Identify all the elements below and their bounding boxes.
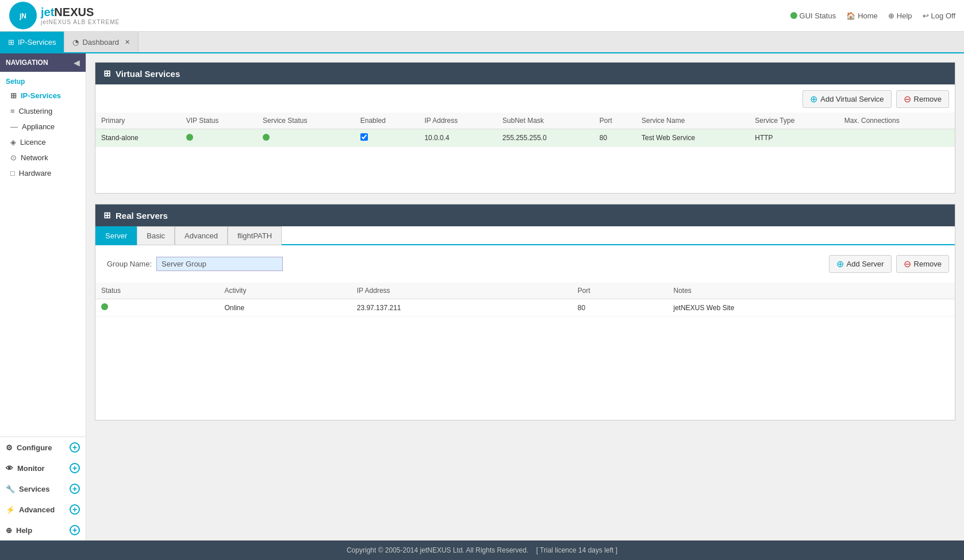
logout-link[interactable]: ↩ Log Off <box>923 11 955 20</box>
sidebar-bottom-monitor[interactable]: 👁 Monitor + <box>0 458 86 478</box>
tabs-row: ⊞ IP-Services ◔ Dashboard ✕ <box>0 32 964 53</box>
remove-server-button[interactable]: ⊖ Remove <box>896 255 949 273</box>
col-vip-status: VIP Status <box>180 113 257 129</box>
remove-server-icon: ⊖ <box>904 258 911 269</box>
tab-flightpath[interactable]: flightPATH <box>228 226 282 245</box>
tab-flightpath-label: flightPATH <box>237 231 272 240</box>
configure-expand-icon: + <box>70 442 80 453</box>
gui-status-label: GUI Status <box>800 11 836 20</box>
cell-port: 80 <box>594 129 636 147</box>
sidebar-item-appliance[interactable]: — Appliance <box>0 119 86 134</box>
cell-service-name: Test Web Service <box>636 129 749 147</box>
logout-label: Log Off <box>931 11 955 20</box>
cell-enabled <box>355 129 419 147</box>
cell-primary: Stand-alone <box>95 129 180 147</box>
col-enabled: Enabled <box>355 113 419 129</box>
sidebar-bottom-services[interactable]: 🔧 Services + <box>0 478 86 499</box>
tab-advanced[interactable]: Advanced <box>175 226 228 245</box>
sidebar-bottom-help[interactable]: ⊕ Help + <box>0 520 86 540</box>
help-bottom-label: Help <box>16 526 32 535</box>
enabled-checkbox[interactable] <box>360 133 368 141</box>
advanced-icon: ⚡ <box>6 505 15 514</box>
add-virtual-service-button[interactable]: ⊕ Add Virtual Service <box>802 90 891 108</box>
real-servers-toolbar: ⊕ Add Server ⊖ Remove <box>829 255 949 273</box>
col-service-status: Service Status <box>257 113 355 129</box>
group-name-label: Group Name: <box>107 260 152 268</box>
col-rs-port: Port <box>572 283 668 299</box>
sidebar-bottom-configure[interactable]: ⚙ Configure + <box>0 437 86 458</box>
sidebar-header: NAVIGATION ◀ <box>0 53 86 72</box>
home-label: Home <box>858 11 878 20</box>
real-servers-table: Status Activity IP Address Port Notes On… <box>95 283 955 316</box>
topbar-nav: GUI Status 🏠 Home ⊕ Help ↩ Log Off <box>790 11 955 20</box>
tab-ip-services-label: IP-Services <box>18 38 56 47</box>
col-activity: Activity <box>218 283 351 299</box>
sidebar-item-hardware[interactable]: □ Hardware <box>0 165 86 181</box>
cell-rs-ip-address: 23.97.137.211 <box>351 299 572 316</box>
cell-ip-address: 10.0.0.4 <box>418 129 497 147</box>
tab-dashboard-label: Dashboard <box>82 38 119 47</box>
add-server-label: Add Server <box>847 260 884 268</box>
sidebar: NAVIGATION ◀ Setup ⊞ IP-Services ≡ Clust… <box>0 53 86 540</box>
tab-server-label: Server <box>105 231 127 240</box>
col-port: Port <box>594 113 636 129</box>
configure-icon: ⚙ <box>6 443 13 452</box>
add-server-icon: ⊕ <box>836 258 844 269</box>
monitor-icon: 👁 <box>6 464 13 473</box>
tab-ip-services[interactable]: ⊞ IP-Services <box>0 32 64 52</box>
col-rs-ip-address: IP Address <box>351 283 572 299</box>
home-link[interactable]: 🏠 Home <box>846 11 878 20</box>
sidebar-item-clustering[interactable]: ≡ Clustering <box>0 103 86 119</box>
help-link[interactable]: ⊕ Help <box>888 11 912 20</box>
network-icon: ⊙ <box>10 153 17 162</box>
tab-dashboard[interactable]: ◔ Dashboard ✕ <box>64 32 139 52</box>
cell-vip-status <box>180 129 257 147</box>
sidebar-item-ip-services[interactable]: ⊞ IP-Services <box>0 88 86 103</box>
cell-subnet-mask: 255.255.255.0 <box>497 129 594 147</box>
table-row[interactable]: Online 23.97.137.211 80 jetNEXUS Web Sit… <box>95 299 955 316</box>
sidebar-item-licence-label: Licence <box>20 138 46 146</box>
virtual-services-title: Virtual Services <box>116 69 180 79</box>
sidebar-item-licence[interactable]: ◈ Licence <box>0 134 86 150</box>
clustering-icon: ≡ <box>10 107 15 115</box>
virtual-services-table: Primary VIP Status Service Status Enable… <box>95 113 955 147</box>
remove-server-label: Remove <box>914 260 942 268</box>
logo-text: jetNEXUS jetNEXUS ALB EXTREME <box>41 6 120 25</box>
real-servers-icon: ⊞ <box>103 210 111 221</box>
sidebar-header-label: NAVIGATION <box>6 59 48 67</box>
group-name-row: Group Name: <box>101 251 289 277</box>
remove-virtual-service-button[interactable]: ⊖ Remove <box>896 90 949 108</box>
sidebar-bottom-advanced[interactable]: ⚡ Advanced + <box>0 499 86 520</box>
topbar: jN jetNEXUS jetNEXUS ALB EXTREME GUI Sta… <box>0 0 964 32</box>
services-label: Services <box>19 485 50 493</box>
footer-trial: [ Trial licence 14 days left ] <box>536 546 617 554</box>
tab-server[interactable]: Server <box>95 226 137 245</box>
vip-status-dot <box>186 134 193 141</box>
remove-virtual-service-icon: ⊖ <box>904 94 911 105</box>
group-name-input[interactable] <box>156 257 283 271</box>
table-row[interactable]: Stand-alone 10.0.0.4 255.255.255.0 80 Te… <box>95 129 955 147</box>
tab-basic[interactable]: Basic <box>137 226 175 245</box>
gui-status-link[interactable]: GUI Status <box>790 11 836 20</box>
footer: Copyright © 2005-2014 jetNEXUS Ltd. All … <box>0 540 964 560</box>
tab-advanced-label: Advanced <box>185 231 218 240</box>
content-area: ⊞ Virtual Services ⊕ Add Virtual Service… <box>86 53 964 540</box>
ip-services-icon: ⊞ <box>10 91 17 100</box>
cell-max-connections <box>839 129 955 147</box>
real-servers-title: Real Servers <box>116 211 168 221</box>
licence-icon: ◈ <box>10 138 16 146</box>
home-icon: 🏠 <box>846 11 855 20</box>
add-server-button[interactable]: ⊕ Add Server <box>829 255 892 273</box>
tab-basic-label: Basic <box>147 231 165 240</box>
col-ip-address: IP Address <box>418 113 497 129</box>
sidebar-item-network[interactable]: ⊙ Network <box>0 150 86 165</box>
real-servers-spacer <box>95 316 955 420</box>
sidebar-collapse-button[interactable]: ◀ <box>74 58 80 67</box>
logo-name: jetNEXUS <box>41 6 94 18</box>
sidebar-item-network-label: Network <box>21 153 48 162</box>
sidebar-item-ip-services-label: IP-Services <box>21 91 61 100</box>
add-virtual-service-icon: ⊕ <box>810 94 817 105</box>
tab-dashboard-close[interactable]: ✕ <box>125 38 130 46</box>
tab-ip-services-icon: ⊞ <box>8 38 14 47</box>
col-max-connections: Max. Connections <box>839 113 955 129</box>
